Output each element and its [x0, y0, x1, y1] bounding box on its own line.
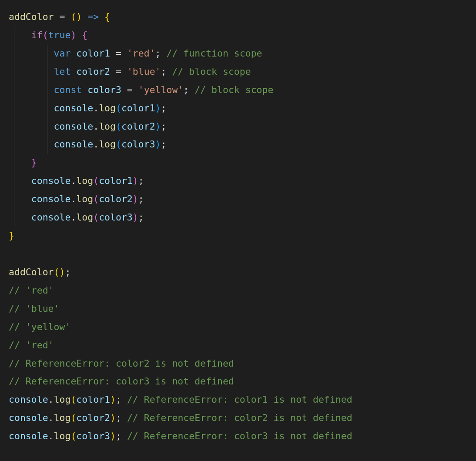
- keyword-let: let: [54, 66, 71, 77]
- comment: // block scope: [194, 84, 273, 95]
- code-line: // 'yellow': [9, 321, 70, 332]
- code-line: console.log(color3);: [9, 212, 144, 223]
- code-line: }: [9, 230, 14, 241]
- comment: // 'yellow': [9, 321, 70, 332]
- comment: // ReferenceError: color1 is not defined: [127, 394, 352, 405]
- comment: // ReferenceError: color2 is not defined: [127, 412, 352, 423]
- code-line: console.log(color2); // ReferenceError: …: [9, 412, 352, 423]
- comment: // ReferenceError: color2 is not defined: [9, 358, 234, 369]
- code-line: // 'red': [9, 340, 54, 351]
- code-line: let color2 = 'blue'; // block scope: [9, 66, 251, 77]
- keyword-var: var: [54, 48, 71, 59]
- code-line: // 'red': [9, 285, 54, 296]
- literal-true: true: [48, 30, 71, 40]
- code-block: addColor = () => { if(true) { var color1…: [0, 0, 476, 453]
- keyword-const: const: [54, 84, 82, 95]
- code-line: }: [9, 157, 37, 168]
- code-line: console.log(color1);: [9, 103, 167, 114]
- code-line: console.log(color2);: [9, 194, 144, 204]
- code-line: console.log(color1);: [9, 175, 144, 186]
- keyword-if: if: [31, 30, 43, 40]
- code-line: addColor = () => {: [9, 11, 110, 22]
- code-line: addColor();: [9, 267, 70, 277]
- comment: // 'red': [9, 340, 54, 351]
- code-line: // ReferenceError: color2 is not defined: [9, 358, 234, 369]
- code-line: [9, 248, 14, 259]
- code-line: console.log(color1); // ReferenceError: …: [9, 394, 352, 405]
- code-line: console.log(color2);: [9, 121, 167, 132]
- code-line: console.log(color3);: [9, 139, 167, 150]
- comment: // block scope: [172, 66, 251, 77]
- identifier: addColor: [9, 11, 54, 22]
- code-line: // ReferenceError: color3 is not defined: [9, 376, 234, 387]
- comment: // ReferenceError: color3 is not defined: [127, 431, 352, 441]
- comment: // ReferenceError: color3 is not defined: [9, 376, 234, 387]
- comment: // 'blue': [9, 303, 60, 314]
- comment: // function scope: [167, 48, 262, 59]
- code-line: // 'blue': [9, 303, 60, 314]
- code-line: const color3 = 'yellow'; // block scope: [9, 84, 273, 95]
- code-line: console.log(color3); // ReferenceError: …: [9, 431, 352, 441]
- comment: // 'red': [9, 285, 54, 296]
- code-line: if(true) {: [9, 30, 87, 40]
